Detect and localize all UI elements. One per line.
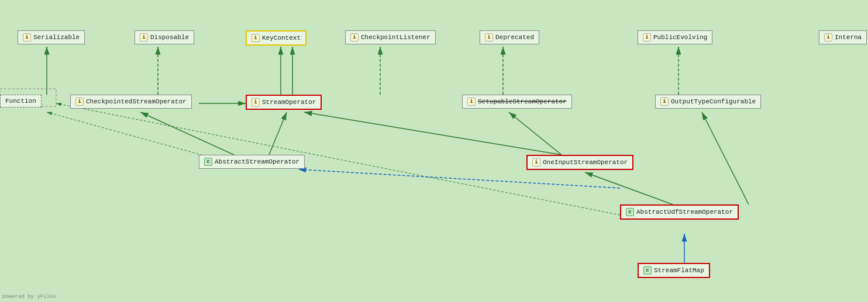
badge-abstractstreamoperator: c [204, 158, 212, 166]
node-disposable[interactable]: i Disposable [135, 30, 194, 44]
node-internal[interactable]: i Interna [819, 30, 867, 44]
label-streamflatmap: StreamFlatMap [654, 267, 704, 274]
badge-deprecated: i [485, 33, 493, 41]
node-function[interactable]: Function [0, 95, 42, 107]
label-streamoperator: StreamOperator [262, 99, 316, 106]
node-publicevolving[interactable]: i PublicEvolving [638, 30, 712, 44]
badge-keycontext: i [252, 34, 260, 42]
svg-line-12 [298, 169, 620, 188]
badge-streamoperator: i [252, 98, 260, 106]
svg-line-15 [702, 112, 749, 204]
label-checkpointedstreamoperator: CheckpointedStreamOperator [86, 98, 187, 105]
node-deprecated[interactable]: i Deprecated [480, 30, 539, 44]
node-checkpointlistener[interactable]: i CheckpointListener [345, 30, 436, 44]
label-disposable: Disposable [150, 34, 189, 41]
node-checkpointedstreamoperator[interactable]: i CheckpointedStreamOperator [70, 95, 192, 109]
node-keycontext[interactable]: i KeyContext [246, 30, 306, 46]
label-deprecated: Deprecated [495, 34, 534, 41]
svg-line-9 [47, 112, 222, 161]
svg-line-13 [585, 172, 673, 204]
watermark: powered by yFiles [2, 294, 56, 300]
badge-publicevolving: i [643, 33, 651, 41]
badge-serializable: i [23, 33, 31, 41]
arrows-layer [0, 0, 868, 302]
label-function: Function [5, 98, 36, 105]
label-setupablestreamoperator: SetupableStreamOperator [478, 98, 567, 105]
label-serializable: Serializable [33, 34, 80, 41]
label-abstractudfstreamoperator: AbstractUdfStreamOperator [636, 209, 733, 216]
label-keycontext: KeyContext [262, 34, 301, 41]
node-streamoperator[interactable]: i StreamOperator [246, 95, 322, 110]
node-abstractstreamoperator[interactable]: c AbstractStreamOperator [199, 155, 305, 169]
label-internal: Interna [835, 34, 862, 41]
badge-setupablestreamoperator: i [467, 98, 476, 106]
svg-line-11 [509, 112, 562, 155]
node-setupablestreamoperator[interactable]: i SetupableStreamOperator [462, 95, 572, 109]
svg-line-7 [269, 112, 287, 155]
badge-disposable: i [140, 33, 148, 41]
label-checkpointlistener: CheckpointListener [361, 34, 430, 41]
node-streamflatmap[interactable]: c StreamFlatMap [638, 263, 710, 278]
badge-abstractudfstreamoperator: c [626, 208, 634, 216]
badge-internal: i [824, 33, 832, 41]
label-outputtypeconfigurable: OutputTypeConfigurable [671, 98, 756, 105]
badge-checkpointlistener: i [350, 33, 359, 41]
label-publicevolving: PublicEvolving [653, 34, 707, 41]
node-oneinputstreamoperator[interactable]: i OneInputStreamOperator [526, 155, 633, 170]
badge-oneinputstreamoperator: i [532, 158, 540, 166]
node-abstractudfstreamoperator[interactable]: c AbstractUdfStreamOperator [620, 204, 739, 220]
badge-checkpointedstreamoperator: i [75, 98, 84, 106]
label-oneinputstreamoperator: OneInputStreamOperator [543, 159, 628, 166]
svg-line-10 [304, 112, 562, 155]
badge-outputtypeconfigurable: i [660, 98, 669, 106]
badge-streamflatmap: c [643, 266, 652, 275]
diagram-canvas: i Serializable i Disposable i KeyContext… [0, 0, 868, 302]
node-outputtypeconfigurable[interactable]: i OutputTypeConfigurable [655, 95, 761, 109]
svg-line-8 [140, 112, 234, 155]
node-serializable[interactable]: i Serializable [18, 30, 85, 44]
label-abstractstreamoperator: AbstractStreamOperator [215, 158, 299, 165]
